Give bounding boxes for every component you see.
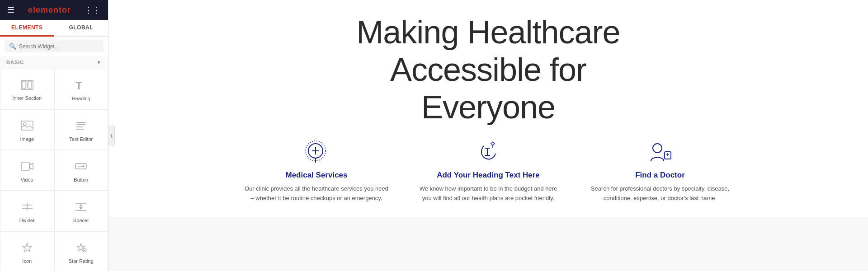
widget-star[interactable]: Star Rating [54,231,108,271]
widget-button[interactable]: Button [54,150,108,191]
search-input[interactable] [19,43,99,50]
svg-rect-5 [21,121,33,130]
find-doctor-icon [646,139,674,166]
hamburger-icon[interactable]: ☰ [7,5,14,15]
svg-rect-11 [21,162,29,170]
service-title-medical: Medical Services [285,171,347,180]
widget-star-label: Star Rating [69,258,94,264]
widget-spacer[interactable]: Spacer [54,191,108,231]
widget-text-editor-label: Text Editor [69,136,93,142]
hero-title: Making Healthcare Accessible for Everyon… [356,14,620,126]
chevron-down-icon: ▼ [96,60,102,65]
service-card-heading: Add Your Heading Text Here We know how i… [416,139,561,203]
svg-text:T: T [75,79,82,90]
button-icon [75,161,87,173]
widget-heading-label: Heading [72,96,90,101]
panel-header: ☰ elementor ⋮⋮ [0,0,108,20]
svg-marker-22 [79,207,83,210]
widget-spacer-label: Spacer [73,218,89,223]
widget-text-editor[interactable]: Text Editor [54,109,108,150]
svg-rect-3 [28,81,32,89]
tab-elements[interactable]: ELEMENTS [0,20,54,37]
widget-image[interactable]: Image [0,109,54,150]
heading-icon: T [75,79,87,92]
inner-section-icon [21,80,33,92]
search-box: 🔍 [5,40,104,52]
widget-icon[interactable]: Icon [0,231,54,271]
service-desc-heading: We know how important to be in the budge… [416,184,561,203]
section-label[interactable]: BASIC ▼ [0,56,108,69]
video-icon [21,161,33,173]
service-desc-medical: Our clinic provides all the healthcare s… [244,184,389,203]
svg-marker-21 [79,204,83,206]
services-section: Medical Services Our clinic provides all… [108,130,868,217]
service-title-doctor: Find a Doctor [635,171,685,180]
widget-inner-section-label: Inner Section [12,95,42,101]
star-widget-icon [75,242,87,255]
tab-global[interactable]: GLOBAL [54,20,108,36]
search-icon: 🔍 [9,43,16,50]
collapse-panel-button[interactable]: ❮ [108,126,115,145]
widget-image-label: Image [20,136,34,142]
divider-icon [21,201,33,214]
widget-button-label: Button [74,177,88,182]
image-icon [21,120,33,133]
main-content: Making Healthcare Accessible for Everyon… [108,0,868,271]
service-card-doctor: Find a Doctor Search for professional do… [588,139,732,203]
widget-icon-label: Icon [22,258,32,264]
chevron-left-icon: ❮ [110,133,113,138]
service-card-medical: Medical Services Our clinic provides all… [244,139,389,203]
svg-point-26 [653,144,662,153]
service-desc-doctor: Search for professional doctors by speci… [588,184,732,203]
svg-marker-14 [83,165,85,168]
widget-video-label: Video [21,177,33,182]
widget-divider-label: Divider [19,218,35,223]
icon-widget-icon [21,242,33,255]
medical-services-icon [303,139,330,166]
widgets-grid: Inner Section T Heading Image [0,69,108,271]
panel-tabs: ELEMENTS GLOBAL [0,20,108,37]
service-title-heading: Add Your Heading Text Here [437,171,540,180]
widget-heading[interactable]: T Heading [54,69,108,109]
widget-inner-section[interactable]: Inner Section [0,69,54,109]
text-editor-icon [75,120,87,133]
hero-section: Making Healthcare Accessible for Everyon… [108,0,868,130]
grid-icon[interactable]: ⋮⋮ [85,5,101,15]
heading-service-icon [475,139,502,166]
svg-rect-2 [22,81,26,89]
spacer-icon [75,201,87,214]
widget-video[interactable]: Video [0,150,54,191]
elementor-logo: elementor [28,5,71,15]
left-panel: ☰ elementor ⋮⋮ ELEMENTS GLOBAL 🔍 BASIC ▼ [0,0,108,271]
widget-divider[interactable]: Divider [0,191,54,231]
